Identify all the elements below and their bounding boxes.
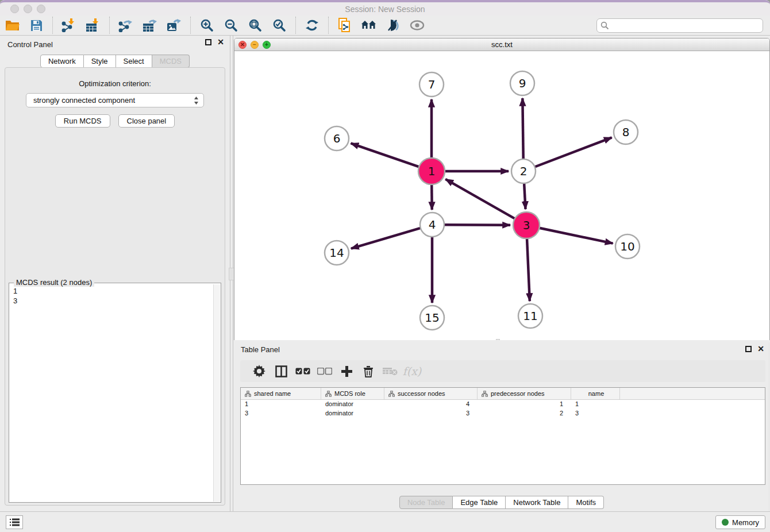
close-table-panel-icon[interactable]: ✕ [757, 346, 764, 352]
float-table-panel-icon[interactable] [745, 346, 752, 352]
edge-1-6[interactable] [351, 143, 419, 167]
zoom-in-icon[interactable] [197, 17, 217, 34]
optimization-label: Optimization criterion: [5, 79, 225, 88]
toolbar-separator [109, 17, 110, 34]
network-titlebar: ✕ − + scc.txt [234, 38, 769, 51]
tab-motifs[interactable]: Motifs [568, 496, 604, 509]
node-9[interactable]: 9 [510, 71, 534, 95]
column-header-successor-nodes[interactable]: successor nodes [384, 388, 478, 399]
create-column-icon[interactable] [336, 363, 357, 380]
mcds-result-list[interactable]: 13 [10, 284, 213, 502]
table-cell[interactable]: 3 [241, 409, 321, 418]
preferred-layout-icon[interactable] [359, 17, 379, 34]
zoom-selected-icon[interactable] [270, 17, 289, 34]
table-cell[interactable]: dominator [321, 400, 384, 409]
fx-label: f(x) [403, 365, 422, 377]
table-body: 1dominator4113dominator323 [241, 400, 765, 418]
control-panel-title: Control Panel [7, 40, 53, 49]
column-header-name[interactable]: name [571, 388, 620, 399]
table-row[interactable]: 1dominator411 [241, 400, 765, 409]
import-network-icon[interactable] [59, 17, 79, 34]
node-1[interactable]: 1 [418, 158, 445, 184]
deselect-all-columns-icon[interactable] [314, 363, 336, 380]
column-header-MCDS-role[interactable]: MCDS role [321, 388, 384, 399]
node-10[interactable]: 10 [615, 234, 640, 259]
node-2[interactable]: 2 [511, 159, 536, 183]
result-scrollbar[interactable] [213, 284, 220, 502]
open-file-icon[interactable] [2, 17, 22, 34]
zoom-out-icon[interactable] [221, 17, 241, 34]
tab-node-table[interactable]: Node Table [399, 496, 453, 509]
tab-edge-table[interactable]: Edge Table [453, 496, 506, 509]
table-cell[interactable]: dominator [321, 409, 384, 418]
table-cell[interactable]: 2 [478, 409, 571, 418]
node-table: shared nameMCDS rolesuccessor nodesprede… [240, 387, 765, 485]
network-graph[interactable]: 7968124314101511 [234, 51, 770, 342]
svg-text:8: 8 [622, 125, 630, 139]
edge-3-1[interactable] [445, 179, 515, 219]
application-window: Session: New Session [0, 0, 770, 532]
node-4[interactable]: 4 [420, 213, 444, 237]
tab-select[interactable]: Select [116, 55, 152, 68]
criterion-value: strongly connected component [33, 96, 135, 105]
node-15[interactable]: 15 [420, 306, 444, 330]
edge-4-14[interactable] [351, 228, 421, 249]
memory-button[interactable]: Memory [715, 515, 765, 529]
toolbar-separator [190, 17, 191, 34]
criterion-select[interactable]: strongly connected component [26, 93, 204, 107]
task-history-button[interactable] [6, 515, 23, 529]
export-image-icon[interactable] [164, 17, 184, 34]
network-area: ✕ − + scc.txt 7968124314101511 [233, 36, 770, 342]
table-cell[interactable]: 1 [241, 400, 321, 409]
delete-columns-icon[interactable] [357, 363, 379, 380]
select-all-columns-icon[interactable] [292, 363, 314, 380]
node-11[interactable]: 11 [518, 304, 542, 328]
network-window: ✕ − + scc.txt 7968124314101511 [234, 38, 770, 342]
table-cell[interactable]: 1 [478, 400, 571, 409]
edge-2-8[interactable] [535, 137, 612, 167]
table-panel-title: Table Panel [241, 345, 280, 354]
save-session-icon[interactable] [26, 17, 46, 34]
table-cell[interactable]: 3 [571, 409, 620, 418]
export-network-icon[interactable] [116, 17, 136, 34]
clone-network-icon[interactable] [335, 17, 355, 34]
float-panel-icon[interactable] [205, 39, 211, 45]
node-3[interactable]: 3 [513, 212, 540, 238]
node-14[interactable]: 14 [325, 241, 349, 265]
table-panel: Table Panel ✕ [233, 342, 770, 511]
table-cell[interactable]: 4 [384, 400, 478, 409]
column-settings-icon[interactable] [248, 363, 270, 380]
node-6[interactable]: 6 [325, 126, 349, 151]
tab-network[interactable]: Network [40, 55, 84, 68]
edge-2-9[interactable] [522, 98, 523, 159]
close-panel-button[interactable]: Close panel [118, 114, 175, 128]
import-table-icon[interactable] [83, 17, 103, 34]
show-hide-eye-icon[interactable] [407, 17, 427, 34]
table-cell[interactable]: 1 [571, 400, 620, 409]
tab-style[interactable]: Style [84, 55, 116, 68]
table-row[interactable]: 3dominator323 [241, 409, 765, 418]
export-table-icon[interactable] [140, 17, 160, 34]
toggle-graphics-details-icon[interactable] [383, 17, 403, 34]
column-header-shared-name[interactable]: shared name [241, 388, 321, 399]
column-header-predecessor-nodes[interactable]: predecessor nodes [478, 388, 571, 399]
tab-network-table[interactable]: Network Table [506, 496, 568, 509]
edge-3-11[interactable] [527, 238, 530, 301]
zoom-fit-content-icon[interactable] [245, 17, 265, 34]
edge-3-10[interactable] [540, 228, 613, 244]
table-cell[interactable]: 3 [384, 409, 478, 418]
edge-4-3[interactable] [444, 225, 510, 225]
toggle-panel-columns-icon[interactable] [270, 363, 292, 380]
refresh-view-icon[interactable] [302, 17, 322, 34]
tab-mcds[interactable]: MCDS [152, 55, 190, 68]
close-panel-icon[interactable]: ✕ [217, 39, 224, 45]
node-7[interactable]: 7 [419, 72, 444, 97]
node-8[interactable]: 8 [614, 120, 638, 144]
mcds-panel-body: Optimization criterion: strongly connect… [5, 67, 225, 506]
search-input[interactable] [596, 18, 763, 33]
network-canvas[interactable]: 7968124314101511 [234, 51, 769, 342]
run-mcds-button[interactable]: Run MCDS [55, 114, 110, 128]
main-toolbar [0, 16, 770, 36]
control-panel-header: Control Panel ✕ [0, 36, 230, 53]
edge-2-3[interactable] [524, 183, 525, 209]
